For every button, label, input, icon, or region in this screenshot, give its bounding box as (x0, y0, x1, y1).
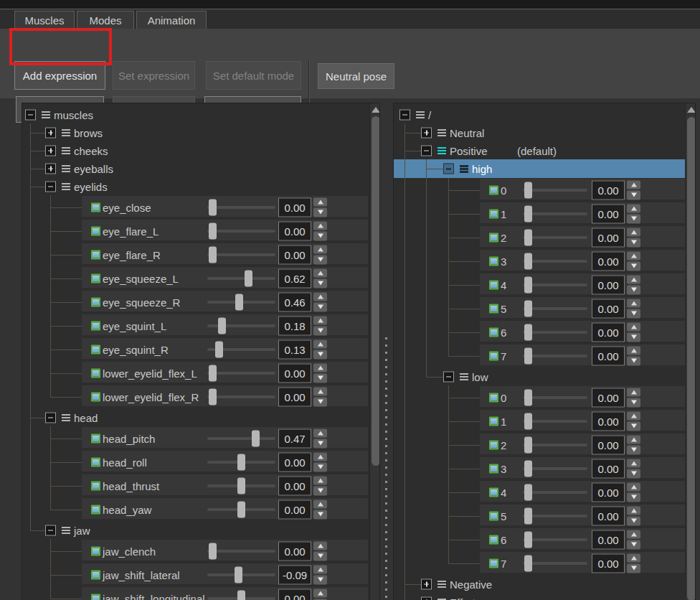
muscle-value-field[interactable]: 0.00 (278, 245, 311, 264)
expand-icon[interactable] (421, 578, 432, 589)
mode-checkbox[interactable] (489, 440, 498, 449)
mode-value-field[interactable]: 0.00 (592, 228, 625, 247)
mode-checkbox[interactable] (489, 304, 498, 313)
muscle-slider-handle[interactable] (237, 590, 245, 600)
spin-up-button[interactable] (313, 428, 327, 438)
mode-checkbox[interactable] (489, 256, 498, 266)
spin-up-button[interactable] (313, 363, 327, 372)
muscle-checkbox[interactable] (91, 546, 100, 556)
mode-value-field[interactable]: 0.00 (592, 411, 625, 431)
spin-up-button[interactable] (627, 228, 640, 237)
muscle-group-eyelids[interactable]: eyelids (22, 177, 379, 195)
mode-row-4[interactable]: 40.00 (394, 273, 695, 296)
expand-icon[interactable] (45, 145, 56, 156)
spin-down-button[interactable] (627, 286, 640, 295)
spin-down-button[interactable] (627, 469, 640, 479)
spin-down-button[interactable] (627, 309, 640, 319)
mode-value-field[interactable]: 0.00 (592, 459, 625, 478)
spin-down-button[interactable] (313, 552, 327, 561)
muscle-slider-track[interactable] (207, 372, 275, 375)
muscle-value-field[interactable]: -0.09 (278, 565, 311, 584)
spin-down-button[interactable] (627, 262, 640, 271)
mode-group-Neutral[interactable]: Neutral (394, 123, 695, 141)
spin-up-button[interactable] (627, 530, 640, 539)
spin-down-button[interactable] (313, 350, 327, 360)
mode-slider-handle[interactable] (524, 205, 532, 222)
spin-up-button[interactable] (313, 316, 327, 325)
muscle-group-brows[interactable]: brows (22, 123, 379, 141)
mode-slider-handle[interactable] (524, 484, 532, 500)
muscle-value-field[interactable]: 0.00 (278, 387, 311, 406)
mode-checkbox[interactable] (489, 464, 498, 473)
mode-row-5[interactable]: 50.00 (394, 504, 695, 528)
muscle-slider-track[interactable] (207, 395, 275, 398)
muscle-slider-handle[interactable] (209, 388, 217, 405)
muscle-slider-track[interactable] (207, 230, 275, 233)
mode-row-1[interactable]: 10.00 (394, 409, 695, 433)
muscle-checkbox[interactable] (91, 457, 100, 467)
mode-value-field[interactable]: 0.00 (592, 299, 625, 318)
tab-muscles[interactable]: Muscles (14, 11, 75, 29)
mode-checkbox[interactable] (489, 185, 498, 194)
mode-row-1[interactable]: 10.00 (394, 202, 695, 225)
muscle-slider-handle[interactable] (235, 566, 242, 583)
muscle-slider-handle[interactable] (235, 294, 243, 310)
spin-down-button[interactable] (313, 463, 327, 472)
spin-down-button[interactable] (313, 374, 327, 383)
mode-row-6[interactable]: 60.00 (394, 528, 695, 551)
muscle-checkbox[interactable] (91, 433, 100, 443)
muscle-value-field[interactable]: 0.00 (278, 589, 311, 600)
mode-row-3[interactable]: 30.00 (394, 456, 695, 480)
spin-down-button[interactable] (627, 357, 640, 366)
scrollbar-thumb[interactable] (687, 117, 696, 600)
mode-checkbox[interactable] (489, 487, 498, 497)
expand-icon[interactable] (421, 127, 432, 138)
mode-group-Effort[interactable]: Effort (394, 593, 695, 600)
spin-down-button[interactable] (313, 279, 327, 289)
mode-checkbox[interactable] (489, 393, 498, 402)
mode-value-field[interactable]: 0.00 (592, 180, 625, 200)
mode-group-/[interactable]: / (394, 106, 695, 123)
spin-up-button[interactable] (627, 435, 640, 444)
muscle-slider-handle[interactable] (237, 477, 245, 494)
mode-value-field[interactable]: 0.00 (592, 530, 625, 549)
mode-checkbox[interactable] (489, 558, 498, 568)
spin-up-button[interactable] (627, 482, 640, 492)
mode-row-0[interactable]: 00.00 (394, 178, 695, 202)
muscle-slider-handle[interactable] (245, 270, 252, 286)
muscle-slider-handle[interactable] (209, 246, 217, 263)
muscle-slider-handle[interactable] (209, 222, 217, 239)
muscle-slider-track[interactable] (207, 253, 275, 256)
spin-up-button[interactable] (313, 500, 327, 509)
spin-down-button[interactable] (627, 215, 640, 224)
spin-down-button[interactable] (313, 232, 327, 241)
mode-slider-track[interactable] (523, 283, 587, 286)
scroll-up-icon[interactable] (687, 107, 696, 113)
expand-icon[interactable] (45, 127, 56, 138)
mode-slider-handle[interactable] (524, 389, 532, 406)
collapse-icon[interactable] (45, 525, 56, 535)
spin-up-button[interactable] (313, 476, 327, 485)
mode-slider-track[interactable] (523, 515, 587, 517)
muscle-checkbox[interactable] (91, 250, 100, 259)
collapse-icon[interactable] (399, 109, 410, 120)
muscle-slider-handle[interactable] (237, 501, 245, 517)
mode-checkbox[interactable] (489, 327, 498, 337)
muscle-group-cheeks[interactable]: cheeks (22, 141, 379, 159)
mode-value-field[interactable]: 0.00 (592, 346, 625, 365)
spin-down-button[interactable] (627, 540, 640, 550)
mode-slider-handle[interactable] (524, 460, 532, 477)
collapse-icon[interactable] (25, 109, 36, 120)
muscle-checkbox[interactable] (91, 226, 100, 235)
spin-up-button[interactable] (313, 339, 327, 349)
scroll-up-icon[interactable] (372, 107, 380, 113)
muscle-group-jaw[interactable]: jaw (22, 521, 379, 539)
spin-down-button[interactable] (313, 576, 327, 585)
muscle-group-muscles[interactable]: muscles (22, 106, 379, 123)
mode-group-Positive[interactable]: Positive(default) (394, 141, 695, 159)
muscle-slider-handle[interactable] (209, 365, 217, 381)
mode-row-5[interactable]: 50.00 (394, 296, 695, 320)
mode-slider-handle[interactable] (524, 300, 532, 317)
muscle-slider-handle[interactable] (209, 543, 217, 559)
spin-down-button[interactable] (627, 422, 640, 431)
